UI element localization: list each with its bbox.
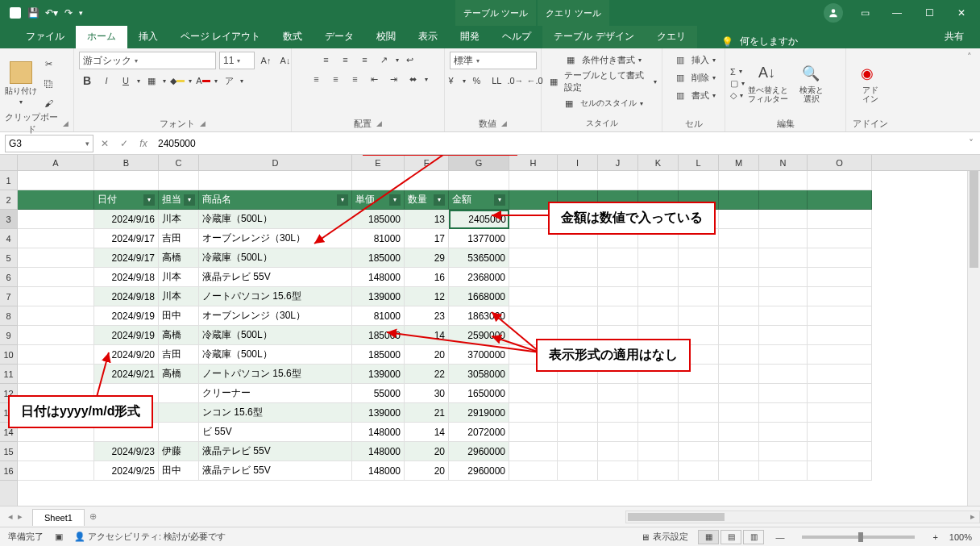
- cell[interactable]: [558, 423, 598, 442]
- cell[interactable]: [159, 171, 199, 190]
- cell[interactable]: [159, 384, 199, 403]
- cell[interactable]: 2960000: [449, 442, 509, 461]
- row-header-1[interactable]: 1: [0, 171, 17, 190]
- cell[interactable]: [638, 461, 679, 481]
- cell[interactable]: [759, 210, 808, 229]
- cell[interactable]: クリーナー: [199, 384, 352, 403]
- cell[interactable]: [159, 423, 199, 442]
- tab-home[interactable]: ホーム: [76, 25, 127, 48]
- cell[interactable]: [638, 442, 679, 461]
- cell[interactable]: [719, 287, 759, 306]
- row-header-11[interactable]: 11: [0, 365, 17, 384]
- delete-cells-button[interactable]: ▥削除▾: [672, 69, 716, 85]
- cell[interactable]: [598, 384, 638, 403]
- row-header-7[interactable]: 7: [0, 287, 17, 306]
- cell[interactable]: 2024/9/23: [94, 442, 159, 461]
- fill-button[interactable]: ▢▾: [730, 78, 745, 89]
- align-right-icon[interactable]: ≡: [347, 71, 363, 87]
- column-header-B[interactable]: B: [94, 155, 159, 170]
- new-sheet-button[interactable]: ⊕: [84, 511, 103, 522]
- tab-help[interactable]: ヘルプ: [491, 25, 542, 48]
- cell[interactable]: 液晶テレビ 55V: [199, 268, 352, 287]
- cell[interactable]: [18, 210, 94, 229]
- cell[interactable]: 2024/9/17: [94, 248, 159, 268]
- zoom-level[interactable]: 100%: [949, 532, 972, 542]
- cell[interactable]: [18, 287, 94, 306]
- shrink-font-icon[interactable]: A↓: [277, 52, 293, 69]
- cell[interactable]: 185000: [352, 248, 405, 268]
- zoom-out-button[interactable]: —: [775, 532, 784, 542]
- cell[interactable]: [598, 248, 638, 268]
- cell[interactable]: 川本: [159, 268, 199, 287]
- qat-more-icon[interactable]: ▾: [79, 9, 83, 17]
- font-size-combo[interactable]: 11▾: [219, 52, 255, 69]
- cut-icon[interactable]: ✂: [40, 56, 56, 73]
- align-middle-icon[interactable]: ≡: [338, 52, 354, 68]
- cell[interactable]: [638, 403, 679, 423]
- cell[interactable]: [598, 287, 638, 306]
- cell[interactable]: [719, 365, 759, 384]
- cell[interactable]: [759, 326, 808, 345]
- column-header-E[interactable]: E: [352, 155, 405, 170]
- cell[interactable]: [759, 306, 808, 326]
- cell[interactable]: [679, 403, 719, 423]
- cell[interactable]: [719, 384, 759, 403]
- cell[interactable]: 23: [405, 306, 449, 326]
- row-header-5[interactable]: 5: [0, 248, 17, 268]
- cell[interactable]: [509, 442, 558, 461]
- filter-button-product[interactable]: [337, 194, 348, 206]
- close-icon[interactable]: ✕: [951, 5, 972, 21]
- cell[interactable]: 81000: [352, 229, 405, 248]
- horizontal-scrollbar[interactable]: ◂ ▸: [625, 511, 980, 523]
- cell[interactable]: 148000: [352, 461, 405, 481]
- sort-filter-button[interactable]: A↓ 並べ替えと フィルター: [748, 65, 788, 103]
- cell[interactable]: [18, 268, 94, 287]
- tab-developer[interactable]: 開発: [449, 25, 491, 48]
- cell[interactable]: [719, 268, 759, 287]
- cell[interactable]: [808, 287, 872, 306]
- name-box[interactable]: G3 ▾: [5, 135, 93, 152]
- cell[interactable]: [808, 461, 872, 481]
- cell[interactable]: 2024/9/18: [94, 268, 159, 287]
- cell[interactable]: [679, 171, 719, 190]
- cell[interactable]: 2024/9/16: [94, 210, 159, 229]
- cell[interactable]: 185000: [352, 345, 405, 365]
- cell[interactable]: [558, 268, 598, 287]
- cell[interactable]: [759, 403, 808, 423]
- cell[interactable]: [352, 171, 405, 190]
- cell[interactable]: 17: [405, 229, 449, 248]
- indent-increase-icon[interactable]: ⇥: [386, 71, 402, 87]
- cell[interactable]: [808, 248, 872, 268]
- cell[interactable]: [638, 171, 679, 190]
- cell[interactable]: 高橋: [159, 248, 199, 268]
- formula-bar-expand-icon[interactable]: ˅: [962, 138, 980, 149]
- cell[interactable]: [598, 268, 638, 287]
- column-header-A[interactable]: A: [18, 155, 94, 170]
- align-left-icon[interactable]: ≡: [309, 71, 325, 87]
- cell[interactable]: [18, 171, 94, 190]
- ribbon-options-icon[interactable]: ▭: [854, 5, 875, 21]
- paste-button[interactable]: 貼り付け ▾: [5, 58, 37, 110]
- cell[interactable]: 185000: [352, 210, 405, 229]
- selected-cell[interactable]: 2405000: [449, 210, 509, 229]
- cell[interactable]: [509, 248, 558, 268]
- cell[interactable]: [638, 248, 679, 268]
- cell[interactable]: [18, 229, 94, 248]
- accessibility-status[interactable]: 👤 アクセシビリティ: 検討が必要です: [74, 531, 226, 543]
- cell[interactable]: 148000: [352, 442, 405, 461]
- table-header-price[interactable]: 単価: [352, 190, 405, 210]
- font-color-button[interactable]: A: [195, 73, 211, 89]
- cell[interactable]: [679, 306, 719, 326]
- tab-formulas[interactable]: 数式: [272, 25, 314, 48]
- cell[interactable]: 1377000: [449, 229, 509, 248]
- cell[interactable]: 吉田: [159, 229, 199, 248]
- cell[interactable]: [808, 229, 872, 248]
- cell[interactable]: [638, 423, 679, 442]
- cell[interactable]: [719, 403, 759, 423]
- cell[interactable]: [18, 345, 94, 365]
- enter-formula-icon[interactable]: ✓: [114, 135, 134, 152]
- view-page-break-button[interactable]: ▥: [743, 530, 764, 544]
- cell[interactable]: 20: [405, 345, 449, 365]
- cell[interactable]: 2072000: [449, 423, 509, 442]
- filter-button-amount[interactable]: [494, 194, 505, 206]
